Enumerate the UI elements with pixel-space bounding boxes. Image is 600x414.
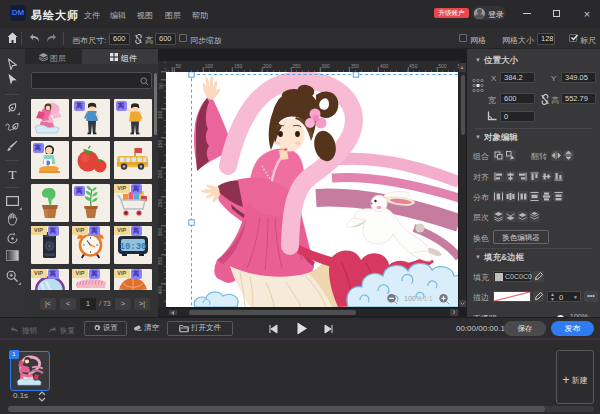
- svg-text:10:30: 10:30: [119, 242, 146, 252]
- svg-text:100%: 100%: [404, 295, 422, 302]
- svg-text:1:1: 1:1: [424, 295, 433, 302]
